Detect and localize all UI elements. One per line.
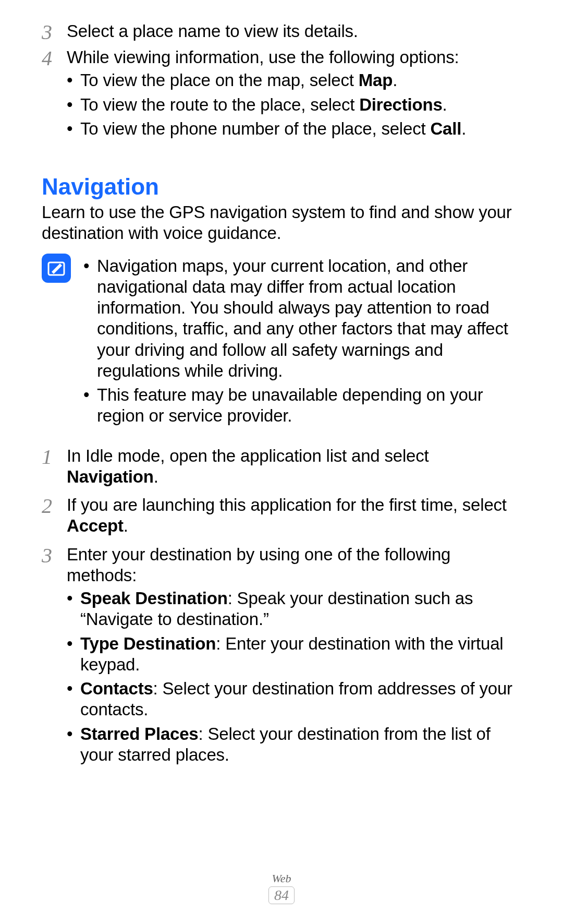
step-1: 1 In Idle mode, open the application lis… — [42, 446, 521, 488]
destination-methods: Speak Destination: Speak your destinatio… — [67, 588, 521, 765]
page-footer: Web 84 — [0, 872, 563, 904]
step-3: 3 Enter your destination by using one of… — [42, 544, 521, 769]
method-speak: Speak Destination: Speak your destinatio… — [67, 588, 521, 630]
method-type: Type Destination: Enter your destination… — [67, 633, 521, 676]
option-map: To view the place on the map, select Map… — [67, 70, 521, 91]
note-content: Navigation maps, your current location, … — [83, 254, 521, 430]
method-contacts: Contacts: Select your destination from a… — [67, 678, 521, 721]
option-call: To view the phone number of the place, s… — [67, 118, 521, 139]
step-number: 3 — [42, 22, 67, 43]
note-item-1: Navigation maps, your current location, … — [83, 256, 521, 382]
note-item-2: This feature may be unavailable dependin… — [83, 385, 521, 427]
option-directions: To view the route to the place, select D… — [67, 94, 521, 115]
step-content: Enter your destination by using one of t… — [67, 544, 521, 769]
step-2: 2 If you are launching this application … — [42, 495, 521, 537]
note-block: Navigation maps, your current location, … — [42, 254, 521, 430]
step-text: Enter your destination by using one of t… — [67, 545, 450, 585]
step-text: Select a place name to view its details. — [67, 21, 521, 42]
step-number: 3 — [42, 545, 67, 566]
step-content: In Idle mode, open the application list … — [67, 446, 521, 488]
step-number: 1 — [42, 447, 67, 467]
method-starred: Starred Places: Select your destination … — [67, 724, 521, 766]
step-3-top: 3 Select a place name to view its detail… — [42, 21, 521, 43]
footer-section-label: Web — [0, 872, 563, 885]
note-icon — [42, 254, 71, 283]
step-number: 4 — [42, 48, 67, 69]
footer-page-number: 84 — [0, 886, 563, 904]
step-4-top: 4 While viewing information, use the fol… — [42, 47, 521, 142]
section-heading-navigation: Navigation — [42, 174, 521, 200]
step-number: 2 — [42, 496, 67, 517]
step-text: While viewing information, use the follo… — [67, 47, 459, 67]
section-intro: Learn to use the GPS navigation system t… — [42, 202, 521, 244]
step-content: While viewing information, use the follo… — [67, 47, 521, 142]
document-page: 3 Select a place name to view its detail… — [0, 0, 563, 794]
options-list: To view the place on the map, select Map… — [67, 70, 521, 139]
step-content: If you are launching this application fo… — [67, 495, 521, 537]
